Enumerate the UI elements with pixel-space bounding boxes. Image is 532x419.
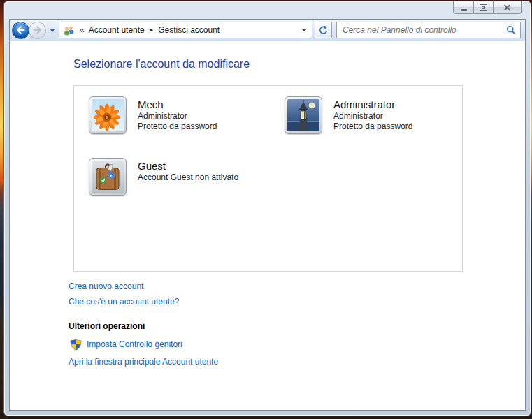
back-button[interactable] — [12, 22, 29, 39]
account-status: Protetto da password — [138, 122, 217, 132]
maximize-button[interactable] — [473, 1, 493, 14]
minimize-icon — [461, 9, 467, 11]
search-box — [336, 22, 521, 38]
open-user-accounts-link[interactable]: Apri la finestra principale Account uten… — [69, 356, 218, 368]
account-tile-mech[interactable]: Mech Administrator Protetto da password — [89, 96, 285, 134]
account-role: Administrator — [138, 111, 217, 122]
account-role: Account Guest non attivato — [138, 172, 238, 183]
account-name: Mech — [138, 98, 217, 111]
forward-button[interactable] — [29, 22, 46, 39]
account-tiles: Mech Administrator Protetto da password — [89, 96, 462, 196]
refresh-icon — [318, 25, 329, 36]
parental-controls-link[interactable]: Imposta Controllo genitori — [87, 339, 182, 351]
flower-user-icon — [89, 96, 127, 134]
breadcrumb-separator-icon[interactable]: ▶ — [149, 27, 154, 33]
main-user-accounts-item: Apri la finestra principale Account uten… — [69, 356, 525, 368]
account-tile-guest[interactable]: Guest Account Guest non attivato — [89, 158, 285, 196]
search-icon[interactable] — [506, 25, 516, 35]
more-operations-heading: Ulteriori operazioni — [69, 321, 525, 331]
window-controls — [453, 1, 522, 14]
task-links: Crea nuovo account Che cos'è un account … — [69, 279, 525, 309]
address-dropdown-button[interactable] — [299, 29, 309, 31]
navigation-toolbar: « Account utente ▶ Gestisci account — [10, 20, 525, 41]
account-tile-administrator[interactable]: Administrator Administrator Protetto da … — [285, 96, 459, 134]
breadcrumb-item-account-utente[interactable]: Account utente — [89, 25, 145, 35]
chevron-down-icon — [301, 29, 307, 31]
window-client-area: « Account utente ▶ Gestisci account — [9, 19, 526, 411]
account-role: Administrator — [333, 111, 412, 122]
page-title: Selezionare l'account da modificare — [73, 58, 525, 71]
recent-pages-dropdown[interactable] — [50, 29, 55, 32]
user-accounts-icon — [63, 25, 76, 36]
title-bar[interactable] — [4, 1, 531, 19]
arrow-left-icon — [16, 26, 25, 34]
create-new-account-link[interactable]: Crea nuovo account — [69, 279, 525, 294]
account-name: Guest — [138, 160, 238, 172]
suitcase-user-icon — [89, 158, 127, 196]
address-breadcrumb-bar[interactable]: « Account utente ▶ Gestisci account — [59, 22, 312, 38]
accounts-list-box: Mech Administrator Protetto da password — [73, 85, 463, 272]
manage-accounts-window: « Account utente ▶ Gestisci account — [3, 1, 531, 416]
more-operations-section: Ulteriori operazioni — [69, 321, 525, 368]
page-content: Selezionare l'account da modificare — [10, 41, 525, 410]
breadcrumb-overflow-chevron[interactable]: « — [80, 25, 85, 35]
close-button[interactable] — [493, 1, 522, 14]
uac-shield-icon — [70, 339, 82, 351]
breadcrumb-item-gestisci-account[interactable]: Gestisci account — [158, 25, 220, 35]
minimize-button[interactable] — [453, 1, 473, 14]
lighthouse-user-icon — [285, 96, 322, 134]
close-icon — [503, 4, 511, 11]
arrow-right-icon — [33, 26, 42, 34]
account-name: Administrator — [333, 98, 412, 111]
parental-controls-item: Imposta Controllo genitori — [69, 339, 525, 351]
search-input[interactable] — [341, 24, 503, 36]
what-is-user-account-link[interactable]: Che cos'è un account utente? — [69, 294, 525, 309]
maximize-icon — [480, 4, 487, 11]
account-status: Protetto da password — [333, 122, 412, 132]
refresh-button[interactable] — [315, 22, 332, 38]
